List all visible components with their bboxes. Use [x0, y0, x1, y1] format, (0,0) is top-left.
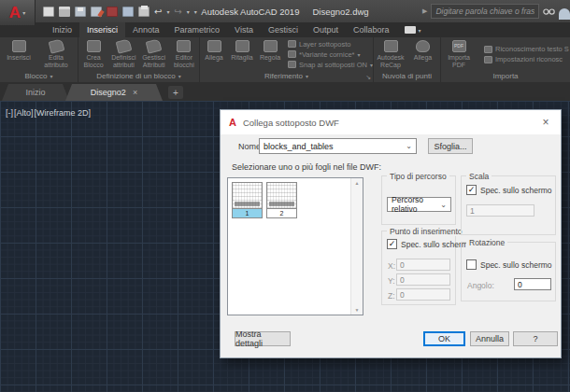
tab-annota[interactable]: Annota	[125, 22, 167, 37]
insert-block-icon	[12, 40, 26, 52]
list-scrollbar[interactable]: ▲ ▼	[350, 178, 363, 315]
select-sheets-label: Selezionare uno o più fogli nel file DWF…	[232, 162, 381, 172]
rotazione-title: Rotazione	[466, 238, 507, 247]
app-menu-button[interactable]: A ▾	[0, 0, 36, 25]
help-button[interactable]: ?	[513, 331, 558, 346]
ribbon-options-button[interactable]: ▾	[397, 22, 429, 37]
definisci-attributi-button[interactable]: Definisci attributi	[108, 38, 138, 68]
regola-button[interactable]: Regola	[256, 38, 284, 62]
viewport-view-control[interactable]: [Alto]	[14, 108, 34, 118]
create-block-icon	[87, 40, 101, 52]
tab-output[interactable]: Output	[306, 22, 346, 37]
file-tab-inizio[interactable]: Inizio	[2, 84, 69, 101]
file-tab-bar: Inizio Disegno2 × +	[0, 82, 570, 101]
layer-sottoposto-button[interactable]: Layer sottoposto	[288, 39, 373, 49]
underlay-layers-icon	[288, 40, 296, 48]
sheet-thumbnail-2[interactable]: 2	[266, 182, 297, 218]
recognition-settings-icon	[484, 56, 492, 63]
tab-gestisci[interactable]: Gestisci	[261, 22, 306, 37]
y-input	[396, 273, 450, 286]
panel-definizione-blocco: Crea Blocco ▾ Definisci attributi Gestis…	[78, 37, 200, 82]
snap-sottoposti-caret-icon: ▾	[370, 62, 373, 68]
new-drawing-tab-button[interactable]: +	[168, 86, 183, 99]
punto-inserimento-group: Punto di inserimento ✓ Spec. sullo scher…	[381, 231, 456, 305]
editor-blocchi-button[interactable]: Editor blocchi	[169, 38, 199, 68]
autocad-window: ↩ ▾ ↪ ▾ ▾ Autodesk AutoCAD 2019 Disegno2…	[0, 0, 570, 392]
tab-inizio[interactable]: Inizio	[45, 22, 79, 37]
viewport-minimize-control[interactable]: [-]	[6, 108, 13, 118]
riconoscimento-testo-button[interactable]: Riconoscimento testo S	[484, 45, 569, 54]
gestisci-attributi-button[interactable]: Gestisci Attributi	[139, 38, 169, 68]
viewport-controls: [-] [Alto] [Wireframe 2D]	[6, 108, 91, 118]
tab-close-icon[interactable]: ×	[133, 88, 137, 97]
panel-riferimento-caret-icon: ▾	[306, 73, 308, 79]
annulla-button[interactable]: Annulla	[470, 331, 509, 346]
angolo-label: Angolo:	[467, 281, 494, 290]
z-input	[396, 288, 450, 301]
dialog-close-button[interactable]: ×	[531, 110, 561, 134]
tipo-percorso-group: Tipo di percorso Percorso relativo ⌄	[381, 175, 456, 225]
ribbon-display-icon	[405, 26, 416, 34]
scala-spec-schermo-checkbox[interactable]: ✓ Spec. sullo schermo	[466, 185, 552, 195]
file-tab-disegno2[interactable]: Disegno2 ×	[65, 84, 163, 101]
punto-spec-schermo-checkbox[interactable]: ✓ Spec. sullo schermo	[387, 239, 473, 249]
signin-avatar-icon[interactable]	[559, 8, 570, 20]
rotazione-spec-schermo-checkbox[interactable]: Spec. sullo schermo	[466, 259, 552, 270]
scala-group: Scala ✓ Spec. sullo schermo	[461, 175, 556, 235]
app-menu-caret-icon: ▾	[22, 9, 25, 16]
ok-button[interactable]: OK	[423, 331, 465, 346]
tipo-percorso-dropdown[interactable]: Percorso relativo ⌄	[387, 197, 451, 212]
x-input	[396, 259, 450, 271]
sheet-thumbnail-1[interactable]: 1	[232, 182, 263, 218]
nome-combo-arrow-icon: ⌄	[406, 142, 412, 150]
panel-blocco-caret-icon: ▾	[50, 73, 53, 79]
panel-definizione-caret-icon: ▾	[178, 73, 181, 79]
sheet-preview-2	[266, 182, 297, 209]
tab-parametrico[interactable]: Parametrico	[167, 22, 228, 37]
panel-title-nuvola[interactable]: Nuvola di punti	[374, 70, 440, 82]
tab-vista[interactable]: Vista	[227, 22, 261, 37]
point-cloud-attach-icon	[416, 40, 430, 52]
riferimento-dialog-launcher-icon[interactable]: ↘	[365, 74, 371, 81]
tab-collabora[interactable]: Collabora	[346, 22, 397, 37]
allega-button[interactable]: Allega	[200, 38, 228, 62]
search-icon[interactable]	[543, 7, 555, 16]
search-input[interactable]	[431, 4, 539, 19]
document-title: Disegno2.dwg	[312, 7, 368, 17]
sheet-preview-1	[232, 182, 263, 209]
panel-blocco: Inserisci Edita attributo ▾ Blocco ▾	[0, 37, 78, 82]
search-expand-icon[interactable]: ▶	[422, 7, 427, 15]
text-recognition-icon	[484, 46, 492, 53]
snap-sottoposti-button[interactable]: Snap ai sottoposti ON ▾	[288, 60, 373, 69]
edita-attributo-button[interactable]: Edita attributo ▾	[37, 38, 75, 70]
tab-inserisci[interactable]: Inserisci	[79, 22, 125, 37]
panel-title-riferimento[interactable]: Riferimento ▾	[200, 70, 373, 82]
autodesk-recap-button[interactable]: Autodesk ReCap	[374, 38, 407, 68]
tipo-percorso-title: Tipo di percorso	[387, 172, 449, 181]
mostra-dettagli-button[interactable]: Mostra dettagli	[235, 331, 291, 346]
panel-title-definizione[interactable]: Definizione di un blocco ▾	[78, 70, 199, 82]
scroll-up-icon[interactable]: ▲	[355, 180, 360, 186]
panel-title-blocco[interactable]: Blocco ▾	[0, 70, 78, 82]
app-title: Autodesk AutoCAD 2019	[201, 7, 299, 17]
panel-riferimento: Allega Ritaglia Regola Layer sottoposto	[200, 37, 374, 82]
viewport-visual-style-control[interactable]: [Wireframe 2D]	[35, 108, 92, 118]
sfoglia-button[interactable]: Sfoglia...	[428, 138, 473, 154]
importa-pdf-button[interactable]: PDF Importa PDF ▾	[441, 38, 477, 70]
angolo-input[interactable]	[514, 278, 551, 290]
impostazioni-riconoscimento-button[interactable]: Impostazioni riconosc	[484, 55, 569, 64]
z-label: Z:	[388, 291, 395, 301]
dialog-title-bar[interactable]: A Collega sottoposto DWF ×	[221, 110, 561, 134]
variante-cornice-button[interactable]: *Variante cornice* ▾	[288, 49, 373, 59]
ritaglia-button[interactable]: Ritaglia	[228, 38, 256, 62]
nuvola-allega-button[interactable]: Allega	[407, 38, 438, 62]
panel-title-importa[interactable]: Importa	[441, 70, 570, 82]
scroll-down-icon[interactable]: ▼	[355, 307, 360, 313]
crea-blocco-button[interactable]: Crea Blocco ▾	[78, 38, 108, 70]
attach-icon	[207, 40, 221, 52]
nome-combobox[interactable]: blocks_and_tables ⌄	[259, 138, 417, 154]
inserisci-blocco-button[interactable]: Inserisci	[0, 38, 37, 62]
scala-input	[466, 204, 534, 217]
help-search: ▶	[422, 3, 570, 20]
sheet-list[interactable]: 1 2 ▲ ▼	[227, 177, 363, 315]
